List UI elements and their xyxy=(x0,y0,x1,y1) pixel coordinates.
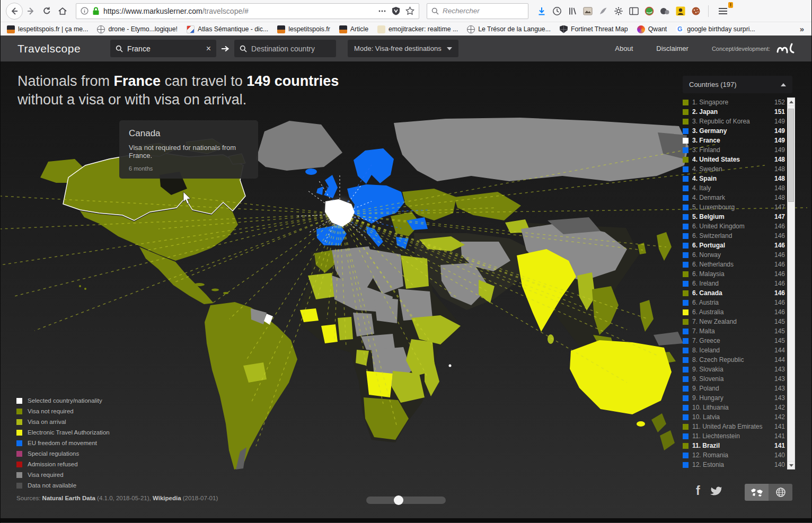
url-bar[interactable]: https://www.markuslerner.com/travelscope… xyxy=(76,3,419,19)
country-row[interactable]: 6. Australia 146 xyxy=(683,307,787,317)
country-row[interactable]: 2. Japan 151 xyxy=(683,107,787,117)
country-row[interactable]: 6. Malaysia 146 xyxy=(683,269,787,279)
source-link-natural-earth[interactable]: Natural Earth Data xyxy=(42,495,95,501)
country-color-square xyxy=(683,119,689,125)
downloads-icon[interactable] xyxy=(537,6,546,16)
mode-select[interactable]: Mode: Visa-free destinations xyxy=(348,40,458,57)
country-row[interactable]: 3. France 149 xyxy=(683,136,787,145)
history-clock-icon[interactable] xyxy=(552,6,562,16)
country-row[interactable]: 6. Switzerland 146 xyxy=(683,231,787,241)
tracking-shield-icon[interactable] xyxy=(392,6,400,15)
country-row[interactable]: 11. United Arab Emirates 141 xyxy=(683,422,787,431)
scrollbar-thumb[interactable] xyxy=(788,109,794,202)
country-row[interactable]: 12. Romania 140 xyxy=(683,450,787,460)
country-row[interactable]: 6. Netherlands 146 xyxy=(683,260,787,269)
menu-button[interactable]: ! xyxy=(716,4,730,18)
https-lock-icon[interactable] xyxy=(92,7,100,15)
bookmark-item[interactable]: Qwant xyxy=(637,25,667,33)
country-row[interactable]: 6. Portugal 146 xyxy=(683,241,787,250)
bookmarks-overflow-chevron[interactable]: » xyxy=(800,24,804,33)
nationality-input[interactable]: France × xyxy=(110,40,216,57)
country-row[interactable]: 7. New Zealand 145 xyxy=(683,317,787,326)
country-row[interactable]: 5. Luxembourg 147 xyxy=(683,202,787,212)
library-icon[interactable] xyxy=(568,6,577,16)
globe-view-button[interactable] xyxy=(769,484,792,501)
bookmark-item[interactable]: emojitracker: realtime ... xyxy=(377,25,458,33)
country-row[interactable]: 11. Liechtenstein 141 xyxy=(683,431,787,441)
country-row[interactable]: 4. Sweden 148 xyxy=(683,164,787,174)
country-row[interactable]: 6. Canada 146 xyxy=(683,288,787,298)
slider-knob[interactable] xyxy=(394,495,403,505)
country-row[interactable]: 5. Belgium 147 xyxy=(683,212,787,221)
settings-gear-icon[interactable] xyxy=(614,6,623,16)
country-row[interactable]: 9. Poland 143 xyxy=(683,384,787,393)
sidebar-toggle-icon[interactable] xyxy=(629,7,639,15)
country-row[interactable]: 3. Finland 149 xyxy=(683,145,787,155)
forward-button[interactable] xyxy=(23,3,39,19)
facebook-icon[interactable]: f xyxy=(696,485,700,497)
world-extension-icon[interactable] xyxy=(645,6,654,16)
bookmark-item[interactable]: Fortinet Threat Map xyxy=(560,25,628,33)
zoom-slider[interactable] xyxy=(366,497,446,504)
country-row[interactable]: 10. Latvia 142 xyxy=(683,412,787,422)
screenshot-image-icon[interactable] xyxy=(583,7,593,15)
scroll-down-arrow[interactable] xyxy=(788,461,795,469)
search-bar[interactable]: Rechercher xyxy=(427,3,528,19)
country-row[interactable]: 6. United Kingdom 146 xyxy=(683,221,787,231)
source-link-wikipedia[interactable]: Wikipedia xyxy=(153,495,181,501)
countries-panel-header[interactable]: Countries (197) xyxy=(683,76,792,93)
country-row[interactable]: 7. Malta 145 xyxy=(683,326,787,336)
home-button[interactable] xyxy=(55,3,70,19)
avatar-extension-icon[interactable] xyxy=(676,6,685,16)
countries-scrollbar[interactable] xyxy=(787,97,795,469)
spheres-extension-icon[interactable] xyxy=(660,7,670,15)
disclaimer-link[interactable]: Disclaimer xyxy=(656,45,689,52)
flat-map-view-button[interactable] xyxy=(745,484,769,501)
country-row[interactable]: 4. United States 148 xyxy=(683,155,787,164)
page-info-icon[interactable] xyxy=(81,7,89,15)
country-color-square xyxy=(683,176,689,182)
credit[interactable]: Concept/development: xyxy=(712,42,798,56)
country-row[interactable]: 6. Norway 146 xyxy=(683,250,787,260)
country-row[interactable]: 6. Austria 146 xyxy=(683,298,787,307)
back-button[interactable] xyxy=(6,3,23,20)
bookmark-item[interactable]: Atlas Sémantique - dic... xyxy=(187,25,268,33)
about-link[interactable]: About xyxy=(615,45,633,52)
country-row[interactable]: 9. Slovakia 143 xyxy=(683,365,787,374)
bookmark-item[interactable]: Article xyxy=(339,25,368,33)
country-row[interactable]: 12. Estonia 140 xyxy=(683,460,787,469)
country-row[interactable]: 11. Brazil 141 xyxy=(683,441,787,450)
bookmark-item[interactable]: google birthday surpri... xyxy=(676,25,755,33)
country-row[interactable]: 4. Denmark 148 xyxy=(683,193,787,202)
country-row[interactable]: 3. Republic of Korea 149 xyxy=(683,117,787,126)
country-row[interactable]: 8. Czech Republic 144 xyxy=(683,355,787,365)
scroll-up-arrow[interactable] xyxy=(788,98,795,106)
country-row[interactable]: 9. Hungary 143 xyxy=(683,393,787,403)
country-row[interactable]: 6. Ireland 146 xyxy=(683,279,787,288)
bookmark-item[interactable]: Le Trésor de la Langue... xyxy=(467,25,551,33)
country-row[interactable]: 4. Italy 148 xyxy=(683,183,787,193)
country-row[interactable]: 9. Slovenia 143 xyxy=(683,374,787,384)
country-row[interactable]: 10. Lithuania 142 xyxy=(683,403,787,412)
reload-button[interactable] xyxy=(39,3,55,19)
bookmark-star-icon[interactable] xyxy=(405,6,414,15)
destination-input[interactable]: Destination country xyxy=(234,40,336,57)
cookie-extension-icon[interactable] xyxy=(691,6,701,16)
country-name: 6. Austria xyxy=(692,299,771,306)
page-actions-icon[interactable] xyxy=(378,7,386,15)
country-row[interactable]: 4. Spain 148 xyxy=(683,174,787,183)
quill-pen-icon[interactable] xyxy=(598,6,608,16)
country-row[interactable]: 1. Singapore 152 xyxy=(683,97,787,107)
country-row[interactable]: 8. Iceland 144 xyxy=(683,345,787,355)
country-row[interactable]: 7. Greece 145 xyxy=(683,336,787,345)
bookmark-item[interactable]: drone - Etymo...logique! xyxy=(97,25,178,33)
bookmark-item[interactable]: lespetitspois.fr | ça me... xyxy=(7,25,88,33)
clear-input-icon[interactable]: × xyxy=(206,45,211,53)
legend-row: Selected country/nationality xyxy=(16,395,110,406)
country-count: 145 xyxy=(774,327,787,335)
twitter-icon[interactable] xyxy=(709,485,722,497)
url-text[interactable]: https://www.markuslerner.com/travelscope… xyxy=(103,7,374,15)
bookmark-item[interactable]: lespetitspois.fr xyxy=(277,25,330,33)
country-row[interactable]: 3. Germany 149 xyxy=(683,126,787,136)
country-count: 146 xyxy=(774,223,787,230)
